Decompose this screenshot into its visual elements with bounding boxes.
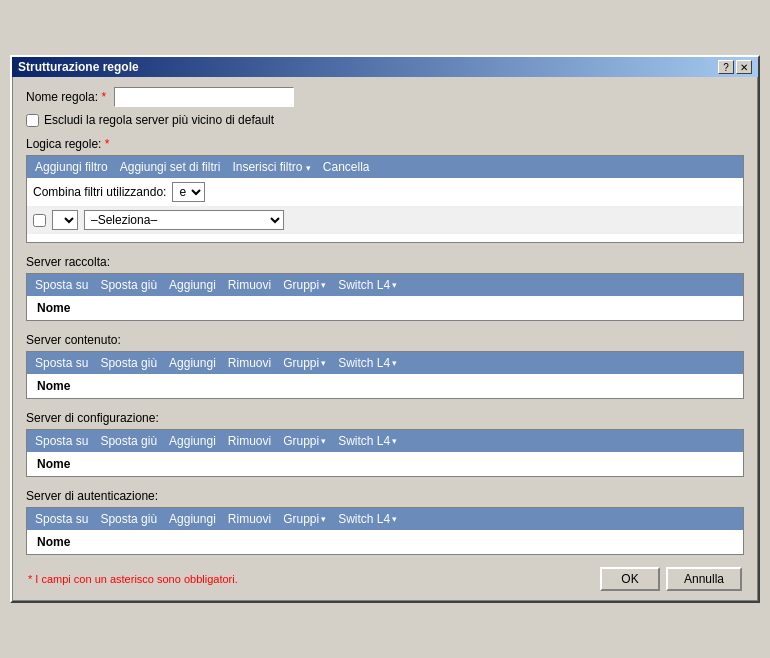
logica-toolbar: Aggiungi filtro Aggiungi set di filtri I… (27, 156, 743, 178)
filter-checkbox[interactable] (33, 214, 46, 227)
filter-type-select[interactable] (52, 210, 78, 230)
logica-padding (27, 234, 743, 242)
required-star: * (101, 90, 106, 104)
server-toolbar-btn-3-4[interactable]: Gruppi ▾ (281, 511, 328, 527)
server-toolbar-btn-2-0[interactable]: Sposta su (33, 433, 90, 449)
server-toolbar-2: Sposta suSposta giùAggiungiRimuoviGruppi… (27, 430, 743, 452)
server-toolbar-btn-3-3[interactable]: Rimuovi (226, 511, 273, 527)
dialog-window: Strutturazione regole ? ✕ Nome regola: *… (10, 55, 760, 603)
server-toolbar-btn-0-3[interactable]: Rimuovi (226, 277, 273, 293)
aggiungi-set-btn[interactable]: Aggiungi set di filtri (118, 159, 223, 175)
inserisci-filtro-btn[interactable]: Inserisci filtro ▾ (230, 159, 312, 175)
server-section-0: Server raccolta:Sposta suSposta giùAggiu… (26, 255, 744, 321)
inserisci-chevron: ▾ (306, 163, 311, 173)
ok-button[interactable]: OK (600, 567, 660, 591)
server-section-2: Server di configurazione:Sposta suSposta… (26, 411, 744, 477)
dialog-body: Nome regola: * Escludi la regola server … (12, 77, 758, 601)
nome-regola-input[interactable] (114, 87, 294, 107)
server-section-label-2: Server di configurazione: (26, 411, 744, 425)
server-toolbar-1: Sposta suSposta giùAggiungiRimuoviGruppi… (27, 352, 743, 374)
server-toolbar-btn-2-4[interactable]: Gruppi ▾ (281, 433, 328, 449)
server-col-header-3: Nome (31, 532, 76, 552)
title-bar: Strutturazione regole ? ✕ (12, 57, 758, 77)
combine-label: Combina filtri utilizzando: (33, 185, 166, 199)
footer-buttons: OK Annulla (600, 567, 742, 591)
server-header-row-0: Nome (27, 296, 743, 320)
server-col-header-2: Nome (31, 454, 76, 474)
server-box-0: Sposta suSposta giùAggiungiRimuoviGruppi… (26, 273, 744, 321)
server-header-row-2: Nome (27, 452, 743, 476)
annulla-button[interactable]: Annulla (666, 567, 742, 591)
server-toolbar-btn-3-1[interactable]: Sposta giù (98, 511, 159, 527)
title-bar-buttons: ? ✕ (718, 60, 752, 74)
filter-row: –Seleziona– (27, 206, 743, 234)
server-toolbar-btn-1-0[interactable]: Sposta su (33, 355, 90, 371)
close-button[interactable]: ✕ (736, 60, 752, 74)
help-button[interactable]: ? (718, 60, 734, 74)
server-toolbar-btn-3-0[interactable]: Sposta su (33, 511, 90, 527)
server-toolbar-btn-0-2[interactable]: Aggiungi (167, 277, 218, 293)
footer-row: * I campi con un asterisco sono obbligat… (26, 567, 744, 591)
server-col-header-0: Nome (31, 298, 76, 318)
server-col-header-1: Nome (31, 376, 76, 396)
combine-select[interactable]: e o (172, 182, 205, 202)
server-header-row-3: Nome (27, 530, 743, 554)
server-toolbar-btn-0-0[interactable]: Sposta su (33, 277, 90, 293)
logica-box: Aggiungi filtro Aggiungi set di filtri I… (26, 155, 744, 243)
server-section-1: Server contenuto:Sposta suSposta giùAggi… (26, 333, 744, 399)
nome-regola-label: Nome regola: * (26, 90, 108, 104)
footer-note: * I campi con un asterisco sono obbligat… (28, 573, 238, 585)
dialog-title: Strutturazione regole (18, 60, 139, 74)
aggiungi-filtro-btn[interactable]: Aggiungi filtro (33, 159, 110, 175)
server-toolbar-btn-1-4[interactable]: Gruppi ▾ (281, 355, 328, 371)
esclude-row: Escludi la regola server più vicino di d… (26, 113, 744, 127)
combine-row: Combina filtri utilizzando: e o (27, 178, 743, 206)
server-toolbar-btn-3-2[interactable]: Aggiungi (167, 511, 218, 527)
server-toolbar-btn-0-1[interactable]: Sposta giù (98, 277, 159, 293)
server-section-label-0: Server raccolta: (26, 255, 744, 269)
server-sections-container: Server raccolta:Sposta suSposta giùAggiu… (26, 255, 744, 555)
server-toolbar-btn-2-3[interactable]: Rimuovi (226, 433, 273, 449)
server-toolbar-btn-1-2[interactable]: Aggiungi (167, 355, 218, 371)
server-toolbar-btn-2-2[interactable]: Aggiungi (167, 433, 218, 449)
server-header-row-1: Nome (27, 374, 743, 398)
logica-required-star: * (105, 137, 110, 151)
server-box-3: Sposta suSposta giùAggiungiRimuoviGruppi… (26, 507, 744, 555)
nome-regola-row: Nome regola: * (26, 87, 744, 107)
server-toolbar-btn-2-5[interactable]: Switch L4 ▾ (336, 433, 399, 449)
server-toolbar-btn-0-4[interactable]: Gruppi ▾ (281, 277, 328, 293)
server-toolbar-btn-1-5[interactable]: Switch L4 ▾ (336, 355, 399, 371)
esclude-checkbox[interactable] (26, 114, 39, 127)
server-toolbar-btn-0-5[interactable]: Switch L4 ▾ (336, 277, 399, 293)
cancella-btn[interactable]: Cancella (321, 159, 372, 175)
server-box-2: Sposta suSposta giùAggiungiRimuoviGruppi… (26, 429, 744, 477)
server-section-label-3: Server di autenticazione: (26, 489, 744, 503)
esclude-label: Escludi la regola server più vicino di d… (44, 113, 274, 127)
server-toolbar-btn-1-3[interactable]: Rimuovi (226, 355, 273, 371)
filter-value-select[interactable]: –Seleziona– (84, 210, 284, 230)
server-toolbar-3: Sposta suSposta giùAggiungiRimuoviGruppi… (27, 508, 743, 530)
logica-section: Logica regole: * Aggiungi filtro Aggiung… (26, 137, 744, 243)
logica-label: Logica regole: * (26, 137, 744, 151)
server-section-label-1: Server contenuto: (26, 333, 744, 347)
server-toolbar-btn-1-1[interactable]: Sposta giù (98, 355, 159, 371)
server-toolbar-btn-2-1[interactable]: Sposta giù (98, 433, 159, 449)
server-toolbar-0: Sposta suSposta giùAggiungiRimuoviGruppi… (27, 274, 743, 296)
server-box-1: Sposta suSposta giùAggiungiRimuoviGruppi… (26, 351, 744, 399)
server-toolbar-btn-3-5[interactable]: Switch L4 ▾ (336, 511, 399, 527)
server-section-3: Server di autenticazione:Sposta suSposta… (26, 489, 744, 555)
